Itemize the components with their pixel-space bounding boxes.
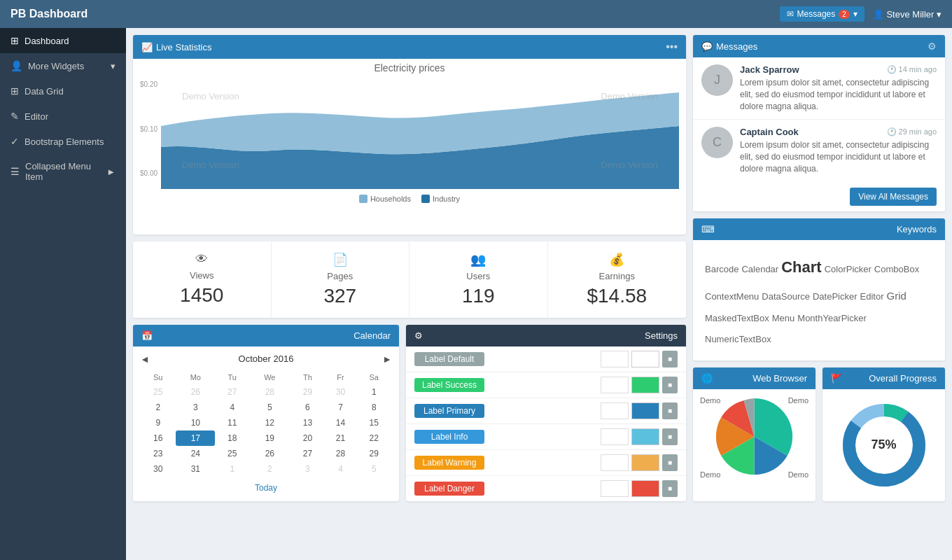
keyword-item[interactable]: Chart xyxy=(781,252,821,283)
calendar-day[interactable]: 5 xyxy=(356,461,393,477)
calendar-day[interactable]: 24 xyxy=(176,446,215,461)
calendar-day[interactable]: 19 xyxy=(249,430,290,446)
keyword-item[interactable]: DataSource xyxy=(762,288,810,306)
calendar-day[interactable]: 2 xyxy=(249,461,290,477)
stat-pages: 📄 Pages 327 xyxy=(272,241,410,318)
color-picker-icon[interactable]: ■ xyxy=(662,428,678,445)
sidebar-item-bootstrap[interactable]: ✓ Bootstrap Elements xyxy=(0,129,126,154)
label-button[interactable]: Label Danger xyxy=(414,482,484,496)
calendar-day[interactable]: 28 xyxy=(249,384,290,400)
calendar-day[interactable]: 29 xyxy=(290,384,325,400)
calendar-day[interactable]: 21 xyxy=(325,430,356,446)
label-button[interactable]: Label Success xyxy=(414,378,484,392)
calendar-day[interactable]: 5 xyxy=(249,400,290,415)
calendar-day[interactable]: 25 xyxy=(215,446,249,461)
keyword-item[interactable]: Menu xyxy=(772,309,795,328)
calendar-day[interactable]: 31 xyxy=(176,461,215,477)
user-menu-button[interactable]: 👤 Steve Miller ▾ xyxy=(873,9,941,20)
label-button[interactable]: Label Primary xyxy=(414,404,484,418)
label-button[interactable]: Label Warning xyxy=(414,456,484,470)
calendar-day[interactable]: 10 xyxy=(176,415,215,430)
cal-next-button[interactable]: ► xyxy=(382,354,392,365)
label-button[interactable]: Label Info xyxy=(414,430,484,444)
avatar: C xyxy=(701,127,733,158)
calendar-day[interactable]: 8 xyxy=(356,400,393,415)
grid-icon: ⊞ xyxy=(10,35,19,46)
calendar-day[interactable]: 4 xyxy=(325,461,356,477)
calendar-day[interactable]: 3 xyxy=(176,400,215,415)
keyword-item[interactable]: DatePicker xyxy=(813,288,858,306)
legend-households: Households xyxy=(359,195,411,203)
label-button[interactable]: Label Default xyxy=(414,352,484,366)
arrow-right-icon: ► xyxy=(106,167,115,177)
calendar-day[interactable]: 27 xyxy=(215,384,249,400)
calendar-day[interactable]: 26 xyxy=(249,446,290,461)
calendar-header: 📅 Calendar xyxy=(133,325,399,346)
calendar-day[interactable]: 13 xyxy=(290,415,325,430)
sidebar-item-collapsed-menu[interactable]: ☰ Collapsed Menu Item ► xyxy=(0,154,126,189)
more-options-icon[interactable]: ••• xyxy=(666,41,678,53)
color-picker-icon[interactable]: ■ xyxy=(662,351,678,368)
calendar-day[interactable]: 20 xyxy=(290,430,325,446)
calendar-day[interactable]: 15 xyxy=(356,415,393,430)
keyword-item[interactable]: MonthYearPicker xyxy=(797,309,867,328)
view-all-messages-button[interactable]: View All Messages xyxy=(850,188,937,206)
settings-gear-icon[interactable]: ⚙ xyxy=(927,41,937,52)
calendar-day[interactable]: 29 xyxy=(356,446,393,461)
calendar-day[interactable]: 22 xyxy=(356,430,393,446)
keyword-item[interactable]: ColorPicker xyxy=(825,260,872,279)
calendar-day[interactable]: 1 xyxy=(356,384,393,400)
color-picker-icon[interactable]: ■ xyxy=(662,402,678,419)
keyword-item[interactable]: Calendar xyxy=(741,260,778,279)
y-label-low: $0.00 xyxy=(140,169,158,177)
calendar-day[interactable]: 6 xyxy=(290,400,325,415)
calendar-day[interactable]: 12 xyxy=(249,415,290,430)
settings-row: Label Warning■ xyxy=(406,450,686,476)
demo-label-tl: Demo xyxy=(700,396,720,405)
calendar-day[interactable]: 27 xyxy=(290,446,325,461)
messages-badge: 2 xyxy=(839,10,850,19)
keyword-item[interactable]: ComboBox xyxy=(874,260,919,279)
calendar-day[interactable]: 14 xyxy=(325,415,356,430)
calendar-day[interactable]: 18 xyxy=(215,430,249,446)
color-picker-icon[interactable]: ■ xyxy=(662,454,678,471)
sidebar-item-more-widgets[interactable]: 👤 More Widgets ▾ xyxy=(0,53,126,78)
color-preview: ■ xyxy=(601,480,678,497)
messages-button[interactable]: ✉ Messages 2 ▾ xyxy=(780,6,864,22)
color-picker-icon[interactable]: ■ xyxy=(662,480,678,497)
calendar-day[interactable]: 7 xyxy=(325,400,356,415)
sidebar-item-editor[interactable]: ✎ Editor xyxy=(0,104,126,129)
calendar-day[interactable]: 28 xyxy=(325,446,356,461)
message-header: Jack Sparrow🕐 14 min ago xyxy=(740,64,937,75)
calendar-day[interactable]: 16 xyxy=(140,430,176,446)
calendar-day[interactable]: 2 xyxy=(140,400,176,415)
calendar-day[interactable]: 17 xyxy=(176,430,215,446)
top-row: 📈 Live Statistics ••• Electricity prices… xyxy=(133,35,945,501)
settings-card: ⚙ Settings Label Default■Label Success■L… xyxy=(406,325,686,501)
keyword-item[interactable]: ContextMenu xyxy=(705,288,759,306)
calendar-day[interactable]: 26 xyxy=(176,384,215,400)
calendar-day[interactable]: 9 xyxy=(140,415,176,430)
sidebar-item-data-grid[interactable]: ⊞ Data Grid xyxy=(0,78,126,104)
calendar-day[interactable]: 4 xyxy=(215,400,249,415)
overall-progress-header: 🚩 Overall Progress xyxy=(822,368,945,389)
sidebar-item-label: More Widgets xyxy=(28,61,84,71)
calendar-day[interactable]: 25 xyxy=(140,384,176,400)
calendar-day[interactable]: 23 xyxy=(140,446,176,461)
keyword-item[interactable]: Grid xyxy=(887,286,906,307)
keyword-item[interactable]: NumericTextBox xyxy=(705,330,771,349)
calendar-day[interactable]: 30 xyxy=(325,384,356,400)
sidebar-item-dashboard[interactable]: ⊞ Dashboard xyxy=(0,28,126,53)
color-preview: ■ xyxy=(601,428,678,445)
keyword-item[interactable]: Barcode xyxy=(705,260,738,279)
calendar-day[interactable]: 30 xyxy=(140,461,176,477)
cal-prev-button[interactable]: ◄ xyxy=(140,354,150,365)
calendar-day[interactable]: 3 xyxy=(290,461,325,477)
keyword-item[interactable]: MaskedTextBox xyxy=(705,309,769,328)
color-picker-icon[interactable]: ■ xyxy=(662,377,678,393)
views-value: 1450 xyxy=(144,284,260,307)
keyword-item[interactable]: Editor xyxy=(860,288,884,306)
cal-today-link[interactable]: Today xyxy=(255,483,277,493)
calendar-day[interactable]: 1 xyxy=(215,461,249,477)
calendar-day[interactable]: 11 xyxy=(215,415,249,430)
